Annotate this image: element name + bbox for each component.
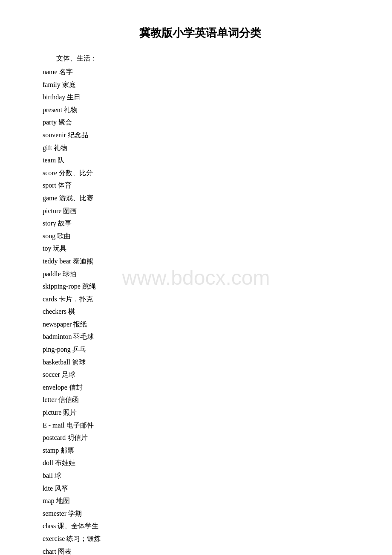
list-item: newspaper 报纸	[43, 318, 358, 331]
list-item: team 队	[43, 154, 358, 167]
list-item: checkers 棋	[43, 305, 358, 318]
list-item: souvenir 纪念品	[43, 129, 358, 142]
list-item: semester 学期	[43, 507, 358, 520]
list-item: badminton 羽毛球	[43, 330, 358, 343]
list-item: doll 布娃娃	[43, 457, 358, 469]
list-item: postcard 明信片	[43, 431, 358, 444]
list-item: letter 信信函	[43, 393, 358, 406]
list-item: map 地图	[43, 494, 358, 507]
list-item: class 课、全体学生	[43, 520, 358, 532]
list-item: skipping-rope 跳绳	[43, 280, 358, 293]
list-item: story 故事	[43, 217, 358, 230]
list-item: toy 玩具	[43, 242, 358, 255]
list-item: ball 球	[43, 469, 358, 482]
list-item: score 分数、比分	[43, 167, 358, 179]
list-item: soccer 足球	[43, 368, 358, 381]
list-item: cards 卡片，扑克	[43, 293, 358, 306]
list-item: chart 图表	[43, 545, 358, 555]
list-item: picture 图画	[43, 205, 358, 217]
page-title: 冀教版小学英语单词分类	[43, 26, 358, 40]
list-item: game 游戏、比赛	[43, 192, 358, 205]
list-item: exercise 练习；锻炼	[43, 532, 358, 545]
list-item: party 聚会	[43, 116, 358, 129]
list-item: birthday 生日	[43, 91, 358, 104]
list-item: paddle 球拍	[43, 268, 358, 280]
section-header: 文体、生活：	[43, 54, 358, 63]
list-item: name 名字	[43, 66, 358, 78]
list-item: basketball 篮球	[43, 356, 358, 369]
list-item: picture 照片	[43, 406, 358, 419]
list-item: stamp 邮票	[43, 444, 358, 457]
list-item: ping-pong 乒乓	[43, 343, 358, 356]
list-item: family 家庭	[43, 78, 358, 91]
list-item: present 礼物	[43, 104, 358, 116]
list-item: E - mail 电子邮件	[43, 419, 358, 432]
list-item: gift 礼物	[43, 142, 358, 154]
list-item: envelope 信封	[43, 381, 358, 394]
list-item: teddy bear 泰迪熊	[43, 255, 358, 268]
list-item: song 歌曲	[43, 230, 358, 243]
list-item: sport 体育	[43, 179, 358, 192]
word-list: name 名字family 家庭birthday 生日present 礼物par…	[43, 66, 358, 555]
list-item: kite 风筝	[43, 482, 358, 495]
